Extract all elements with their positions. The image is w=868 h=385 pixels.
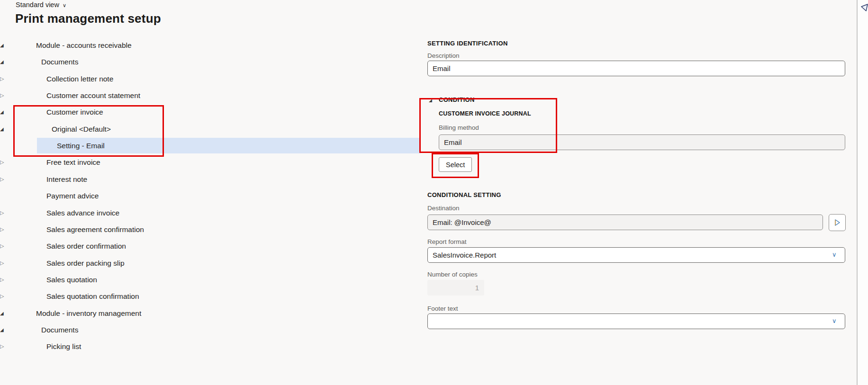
tree-item-label: Customer account statement — [46, 88, 140, 103]
tree-item-documents[interactable]: ◢ Documents — [0, 54, 421, 70]
description-label: Description — [427, 52, 460, 59]
tree-expanded-icon[interactable]: ◢ — [0, 305, 4, 321]
tree-item-label: Collection letter note — [46, 71, 113, 87]
tree-item-label: Customer invoice — [46, 104, 103, 120]
tree-collapsed-icon[interactable]: ▷ — [0, 88, 4, 103]
tree-item-sales-order-packing-slip[interactable]: ▷ Sales order packing slip — [0, 255, 421, 271]
tree-item-setting-email[interactable]: Setting - Email — [0, 138, 421, 153]
tree-collapsed-icon[interactable]: ▷ — [0, 154, 4, 170]
tree-item-sales-quotation[interactable]: ▷ Sales quotation — [0, 272, 421, 287]
footer-text-combobox[interactable] — [427, 313, 845, 329]
tree-item-sales-order-confirmation[interactable]: ▷ Sales order confirmation — [0, 238, 421, 254]
tree-item-label: Interest note — [46, 171, 87, 187]
condition-header[interactable]: CONDITION — [439, 96, 475, 103]
description-input[interactable] — [427, 61, 845, 76]
tree-item-original-default[interactable]: ◢ Original <Default> — [0, 121, 421, 137]
tree-item-customer-account-statement[interactable]: ▷ Customer account statement — [0, 88, 421, 103]
print-management-setup-page: Standard view∨ Print management setup ◢ … — [0, 0, 868, 385]
destination-label: Destination — [427, 205, 460, 212]
tree-item-label: Sales quotation — [46, 272, 97, 287]
tree-item-sales-agreement-confirmation[interactable]: ▷ Sales agreement confirmation — [0, 222, 421, 237]
tree-item-collection-letter-note[interactable]: ▷ Collection letter note — [0, 71, 421, 87]
tree-item-module-inventory-management[interactable]: ◢ Module - inventory management — [0, 305, 421, 321]
tree-item-sales-advance-invoice[interactable]: ▷ Sales advance invoice — [0, 205, 421, 221]
tree-collapsed-icon[interactable]: ▷ — [0, 238, 4, 254]
tree-expanded-icon[interactable]: ◢ — [0, 121, 4, 137]
tree-item-label: Module - inventory management — [36, 305, 141, 321]
billing-method-label: Billing method — [439, 124, 479, 131]
tree-item-label: Sales quotation confirmation — [46, 288, 139, 304]
tree-collapsed-icon[interactable]: ▷ — [0, 255, 4, 271]
tree-collapsed-icon[interactable]: ▷ — [0, 222, 4, 237]
tree-expanded-icon[interactable]: ◢ — [0, 322, 4, 338]
billing-method-input[interactable] — [439, 134, 845, 150]
tree-item-label: Original <Default> — [52, 121, 111, 137]
tree-item-label: Picking list — [46, 339, 81, 354]
tree-item-label: Documents — [41, 322, 78, 338]
tree-item-label: Module - accounts receivable — [36, 37, 132, 53]
tree-item-customer-invoice[interactable]: ◢ Customer invoice — [0, 104, 421, 120]
tree-expanded-icon[interactable]: ◢ — [0, 37, 4, 53]
tree-item-interest-note[interactable]: ▷ Interest note — [0, 171, 421, 187]
tree-item-documents[interactable]: ◢ Documents — [0, 322, 421, 338]
select-button[interactable]: Select — [439, 157, 472, 172]
destination-settings-button[interactable] — [829, 214, 846, 231]
footer-text-label: Footer text — [427, 305, 458, 312]
conditional-setting-header: CONDITIONAL SETTING — [427, 191, 501, 198]
tree-item-label: Sales order packing slip — [46, 255, 125, 271]
tree-item-label: Setting - Email — [57, 138, 105, 153]
tree-expanded-icon[interactable]: ◢ — [0, 104, 4, 120]
tree-item-label: Sales order confirmation — [46, 238, 126, 254]
play-icon — [833, 219, 841, 226]
condition-collapse-icon[interactable]: ◢ — [429, 98, 432, 103]
right-gutter — [858, 0, 868, 385]
tree-item-picking-list[interactable]: ▷ Picking list — [0, 339, 421, 354]
tree-collapsed-icon[interactable]: ▷ — [0, 205, 4, 221]
tree-item-label: Sales agreement confirmation — [46, 222, 144, 237]
mouse-cursor-icon — [861, 4, 868, 12]
tree-expanded-icon[interactable]: ◢ — [0, 54, 4, 70]
number-of-copies-label: Number of copies — [427, 271, 478, 278]
tree-collapsed-icon[interactable]: ▷ — [0, 171, 4, 187]
tree-item-sales-quotation-confirmation[interactable]: ▷ Sales quotation confirmation — [0, 288, 421, 304]
destination-input[interactable] — [427, 215, 823, 230]
setting-identification-header: SETTING IDENTIFICATION — [427, 40, 508, 47]
number-of-copies-input[interactable] — [427, 280, 484, 295]
tree-item-label: Payment advice — [46, 188, 99, 204]
report-format-combobox[interactable] — [427, 247, 845, 263]
tree-item-label: Documents — [41, 54, 78, 70]
report-format-label: Report format — [427, 238, 467, 245]
tree-item-label: Free text invoice — [46, 154, 100, 170]
customer-invoice-journal-header: CUSTOMER INVOICE JOURNAL — [439, 110, 531, 117]
tree-collapsed-icon[interactable]: ▷ — [0, 71, 4, 87]
tree-collapsed-icon[interactable]: ▷ — [0, 272, 4, 287]
tree-collapsed-icon[interactable]: ▷ — [0, 339, 4, 354]
tree-item-module-accounts-receivable[interactable]: ◢ Module - accounts receivable — [0, 37, 421, 53]
tree-item-payment-advice[interactable]: Payment advice — [0, 188, 421, 204]
tree-item-free-text-invoice[interactable]: ▷ Free text invoice — [0, 154, 421, 170]
print-management-tree: ◢ Module - accounts receivable ◢ Documen… — [0, 0, 421, 385]
tree-item-label: Sales advance invoice — [46, 205, 119, 221]
tree-collapsed-icon[interactable]: ▷ — [0, 288, 4, 304]
